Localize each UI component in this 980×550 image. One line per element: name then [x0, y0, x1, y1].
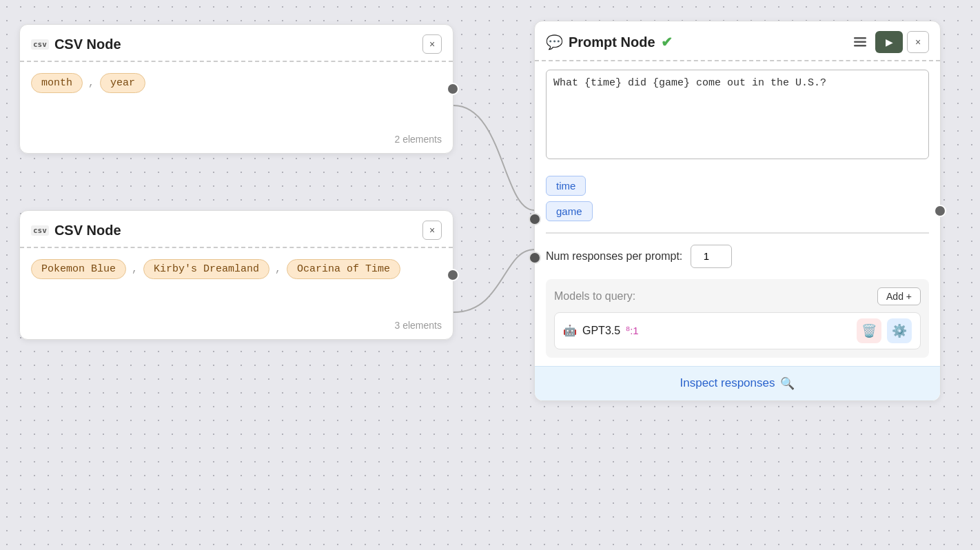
models-section: Models to query: Add + 🤖 GPT3.5 ⁸:1 🗑️ ⚙… [546, 279, 929, 358]
csv-node-2-connector [447, 269, 459, 281]
header-actions: ▶ × [849, 31, 929, 53]
responses-input[interactable] [691, 245, 732, 268]
model-info: 🤖 GPT3.5 ⁸:1 [563, 324, 639, 337]
csv-node-1-connector [447, 83, 459, 95]
csv-node-1-tags: month , year [31, 73, 442, 93]
model-settings-button[interactable]: ⚙️ [887, 318, 912, 343]
prompt-title-label: Prompt Node [569, 34, 655, 50]
canvas: csv CSV Node × month , year 2 elements c… [0, 0, 980, 550]
csv-node-2-tags: Pokemon Blue , Kirby's Dreamland , Ocari… [31, 259, 442, 279]
tag-ocarina: Ocarina of Time [287, 259, 400, 279]
model-name: GPT3.5 [582, 325, 620, 337]
model-delete-button[interactable]: 🗑️ [857, 318, 881, 343]
search-icon: 🔍 [780, 376, 795, 391]
csv-node-2-count: 3 elements [395, 320, 442, 331]
list-icon-btn[interactable] [849, 31, 871, 53]
responses-label: Num responses per prompt: [546, 250, 682, 263]
svg-rect-0 [854, 37, 866, 39]
separator-2a: , [132, 263, 138, 275]
var-game-label: game [556, 205, 582, 217]
csv-node-2-body: Pokemon Blue , Kirby's Dreamland , Ocari… [20, 248, 453, 317]
csv-node-1-count: 2 elements [395, 134, 442, 145]
separator-1: , [88, 77, 94, 89]
csv-node-2-close[interactable]: × [422, 221, 442, 240]
csv-node-2-title: csv CSV Node [31, 223, 121, 238]
add-model-button[interactable]: Add + [877, 287, 921, 305]
csv-node-2-header: csv CSV Node × [20, 211, 453, 248]
play-button[interactable]: ▶ [875, 31, 903, 53]
prompt-right-connector [934, 205, 946, 217]
csv-node-2-footer: 3 elements [20, 317, 453, 339]
csv-badge-2: csv [31, 225, 49, 236]
var-chip-time[interactable]: time [546, 176, 586, 196]
models-label: Models to query: [554, 290, 635, 303]
csv-node-1-header: csv CSV Node × [20, 25, 453, 62]
model-actions: 🗑️ ⚙️ [857, 318, 912, 343]
tag-kirby: Kirby's Dreamland [143, 259, 269, 279]
csv-node-2: csv CSV Node × Pokemon Blue , Kirby's Dr… [19, 210, 453, 340]
inspect-label: Inspect responses [680, 376, 775, 390]
model-ratio: ⁸:1 [626, 325, 639, 337]
input-vars: time game [535, 170, 940, 230]
divider-1 [546, 232, 929, 234]
prompt-connector-game [529, 252, 541, 264]
svg-rect-1 [854, 41, 866, 43]
prompt-close-button[interactable]: × [907, 31, 929, 53]
separator-2b: , [275, 263, 281, 275]
var-chip-game[interactable]: game [546, 201, 593, 221]
prompt-checkmark: ✔ [661, 34, 673, 50]
responses-section: Num responses per prompt: [535, 236, 940, 276]
prompt-connector-time [529, 213, 541, 225]
inspect-responses-button[interactable]: Inspect responses 🔍 [535, 366, 940, 400]
prompt-header: 💬 Prompt Node ✔ ▶ × [535, 21, 940, 61]
svg-rect-2 [854, 45, 866, 47]
csv-node-2-label: CSV Node [54, 223, 121, 238]
prompt-chat-icon: 💬 [546, 34, 563, 50]
csv-badge-1: csv [31, 39, 49, 50]
prompt-title: 💬 Prompt Node ✔ [546, 34, 673, 50]
var-time-label: time [556, 180, 575, 192]
play-icon: ▶ [886, 37, 893, 48]
csv-node-1-footer: 2 elements [20, 131, 453, 153]
model-icon: 🤖 [563, 324, 577, 337]
tag-month: month [31, 73, 83, 93]
prompt-textarea[interactable] [546, 70, 929, 159]
prompt-node: 💬 Prompt Node ✔ ▶ × [534, 21, 941, 401]
csv-node-1: csv CSV Node × month , year 2 elements [19, 24, 453, 154]
models-header: Models to query: Add + [554, 287, 921, 305]
tag-year: year [100, 73, 145, 93]
csv-node-1-title: csv CSV Node [31, 37, 121, 52]
tag-pokemon-blue: Pokemon Blue [31, 259, 126, 279]
csv-node-1-label: CSV Node [54, 37, 121, 52]
model-row-gpt35: 🤖 GPT3.5 ⁸:1 🗑️ ⚙️ [554, 312, 921, 349]
csv-node-1-body: month , year [20, 62, 453, 131]
prompt-body [535, 61, 940, 170]
csv-node-1-close[interactable]: × [422, 34, 442, 54]
